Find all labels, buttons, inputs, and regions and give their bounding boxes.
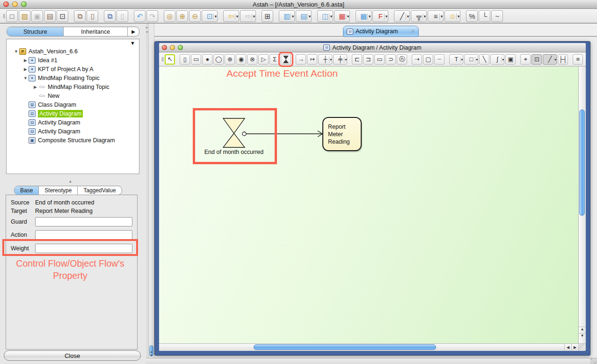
- note-anchor-tool[interactable]: ┈: [434, 54, 444, 65]
- print-preview-button[interactable]: ⊡: [57, 10, 68, 22]
- splitter-expand-icon[interactable]: [146, 30, 148, 34]
- divide-flow-button[interactable]: %: [466, 10, 478, 22]
- connector-tool[interactable]: ⊕: [225, 54, 235, 65]
- line-tool[interactable]: ╲: [479, 54, 489, 65]
- tree-expander-icon[interactable]: ▶: [22, 67, 29, 72]
- dropdown-arrow-icon[interactable]: [553, 57, 556, 63]
- align-horizontal-button[interactable]: ▤: [296, 10, 312, 22]
- dropdown-arrow-icon[interactable]: [329, 14, 333, 20]
- curve-line-button[interactable]: ~: [491, 10, 503, 22]
- fork-flow-tool[interactable]: ↣: [307, 54, 317, 65]
- signal-tool[interactable]: ⊃: [386, 54, 396, 65]
- tree-item[interactable]: Class Diagram: [7, 100, 139, 109]
- canvas-vertical-scrollbar[interactable]: [578, 66, 586, 343]
- zoom-actual-button[interactable]: ◎: [164, 10, 175, 22]
- close-button[interactable]: Close: [4, 350, 141, 361]
- tab-activity-diagram[interactable]: Activity Diagram ✕: [343, 26, 419, 37]
- scroll-down-icon[interactable]: [150, 354, 153, 357]
- copy-button[interactable]: ⧉: [74, 10, 86, 22]
- dropdown-arrow-icon[interactable]: [367, 14, 371, 20]
- tree-item[interactable]: Activity Diagram: [7, 118, 139, 127]
- tab-structure[interactable]: Structure: [7, 27, 64, 36]
- dropdown-arrow-icon[interactable]: [406, 14, 409, 20]
- tab-base[interactable]: Base: [15, 186, 39, 195]
- scroll-right-icon[interactable]: [571, 344, 578, 351]
- action-tool[interactable]: ▭: [191, 54, 201, 65]
- join-node-tool[interactable]: ╪: [333, 54, 347, 65]
- tree-expander-icon[interactable]: ▶: [22, 58, 29, 63]
- pointer-tool[interactable]: ↖: [165, 54, 175, 65]
- partition-tool[interactable]: ▯: [180, 54, 190, 65]
- spacing-tool[interactable]: ≡: [573, 54, 583, 65]
- toolbar-drag-handle-icon[interactable]: ‖: [3, 13, 4, 20]
- zoom-in-button[interactable]: ⊕: [176, 10, 188, 22]
- tree-item[interactable]: ▼ Astah_Version_6.6: [7, 47, 139, 56]
- tab-inheritance[interactable]: Inheritance: [64, 27, 128, 36]
- tab-overflow-button[interactable]: [128, 27, 139, 36]
- action-ellipse-tool[interactable]: ◯: [213, 54, 224, 65]
- tree-item[interactable]: New: [7, 91, 139, 100]
- dropdown-arrow-icon[interactable]: [307, 14, 311, 20]
- object-flow-tool[interactable]: ⇢: [412, 54, 422, 65]
- dropdown-arrow-icon[interactable]: [235, 14, 239, 20]
- fork-node-tool[interactable]: ┼: [318, 54, 332, 65]
- open-file-button[interactable]: ▨: [19, 10, 30, 22]
- zoom-out-button[interactable]: ⊖: [189, 10, 201, 22]
- tree-item[interactable]: ▼ MindMap Floating Topic: [7, 73, 139, 82]
- dropdown-arrow-icon[interactable]: [291, 14, 294, 20]
- horizontal-scroll-thumb[interactable]: [254, 344, 436, 350]
- palette-drag-handle-icon[interactable]: ‖: [161, 56, 163, 63]
- desktop-vertical-scrollbar[interactable]: [149, 23, 154, 358]
- tree-expander-icon[interactable]: ▼: [22, 76, 29, 80]
- diagram-map-button[interactable]: ⊞: [262, 10, 273, 22]
- paste-style-button[interactable]: ▯: [116, 10, 128, 22]
- flow-final-tool[interactable]: ⊗: [247, 54, 257, 65]
- tree-item[interactable]: Activity Diagram: [7, 127, 139, 136]
- input-pin-tool[interactable]: ⊏: [352, 54, 362, 65]
- line-style-tool[interactable]: ╱: [543, 54, 557, 65]
- dropdown-arrow-icon[interactable]: [213, 14, 217, 20]
- control-flow-tool[interactable]: →: [296, 54, 306, 65]
- text-tool[interactable]: T: [449, 54, 463, 65]
- dropdown-arrow-icon[interactable]: [501, 57, 504, 63]
- dropdown-arrow-icon[interactable]: [475, 57, 478, 63]
- corner-line-button[interactable]: └: [479, 10, 490, 22]
- grid-tool[interactable]: ⊡: [531, 54, 542, 65]
- weight-field[interactable]: [35, 244, 132, 253]
- accept-event-tool[interactable]: Σ: [269, 54, 280, 65]
- back-button[interactable]: ⇦: [223, 10, 239, 22]
- guard-field[interactable]: [35, 217, 132, 226]
- activity-final-tool[interactable]: ◉: [236, 54, 246, 65]
- canvas-horizontal-scrollbar[interactable]: [159, 343, 586, 351]
- dropdown-arrow-icon[interactable]: [329, 57, 332, 63]
- accept-time-event-tool[interactable]: [281, 54, 291, 65]
- tab-taggedvalue[interactable]: TaggedValue: [78, 186, 121, 195]
- image-tool[interactable]: ▣: [505, 54, 516, 65]
- font-color-button[interactable]: F: [372, 10, 388, 22]
- tree-item[interactable]: Activity Diagram: [7, 109, 139, 118]
- scroll-up-icon[interactable]: [579, 327, 586, 331]
- line-shape-button[interactable]: ╱: [394, 10, 410, 22]
- line-color-button[interactable]: ▦: [356, 10, 371, 22]
- freehand-tool[interactable]: ∫: [490, 54, 504, 65]
- undo-button[interactable]: ↶: [134, 10, 146, 22]
- panel-splitter-handle-icon[interactable]: ▴: [69, 179, 72, 183]
- iteration-tool[interactable]: ⓝ: [397, 54, 407, 65]
- dropdown-arrow-icon[interactable]: [252, 14, 255, 20]
- width-tool[interactable]: ├┤: [558, 54, 568, 65]
- emoticon-button[interactable]: ☺: [444, 10, 460, 22]
- arrange-depth-button[interactable]: ◫: [317, 10, 333, 22]
- dropdown-arrow-icon[interactable]: [422, 14, 426, 20]
- tab-close-icon[interactable]: ✕: [411, 29, 415, 35]
- splitter-collapse-icon[interactable]: [146, 25, 148, 29]
- dropdown-arrow-icon[interactable]: [346, 14, 349, 20]
- object-node-tool[interactable]: ▭: [374, 54, 385, 65]
- vertical-scroll-thumb[interactable]: [579, 109, 585, 216]
- tree-expander-icon[interactable]: ▼: [13, 49, 19, 54]
- horizontal-scroll-track[interactable]: [159, 344, 564, 351]
- scroll-left-icon[interactable]: [564, 344, 571, 351]
- dropdown-arrow-icon[interactable]: [460, 57, 463, 63]
- dropdown-arrow-icon[interactable]: [344, 57, 347, 63]
- action-field[interactable]: [35, 230, 132, 240]
- note-tool[interactable]: ▢: [423, 54, 433, 65]
